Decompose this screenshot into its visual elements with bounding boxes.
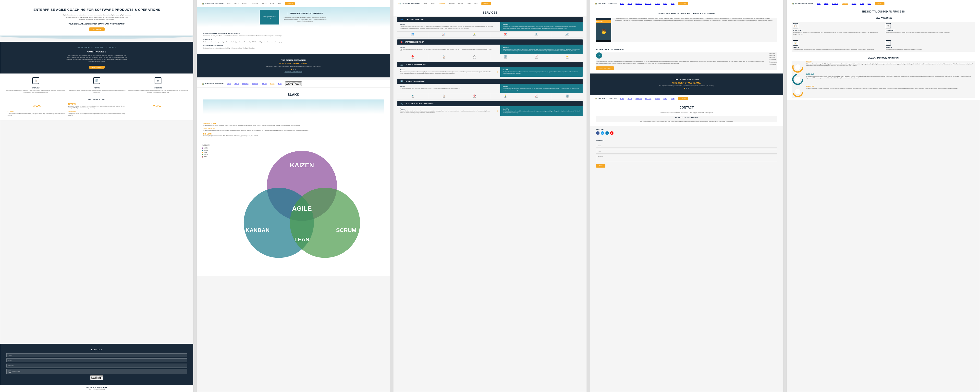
nav-blog-p4[interactable]: BLOG <box>671 3 675 5</box>
dot-3[interactable] <box>295 69 296 70</box>
infinity-logo-2: ∞ <box>202 82 204 86</box>
nav2-home-p4[interactable]: HOME <box>620 98 624 99</box>
service-arrow-3: › <box>495 67 500 76</box>
maintain-method-text: MAINTAIN Once you have helped your team … <box>806 86 958 90</box>
meet-team-button[interactable]: MEET THE TEAM <box>596 66 614 70</box>
nav-services-p4[interactable]: SERVICES <box>636 3 642 5</box>
nav-logo-p4-2: ∞ THE DIGITAL CUSTODIAN <box>595 97 616 100</box>
nav-home[interactable]: HOME <box>227 3 231 5</box>
nav-about-p3[interactable]: ABOUT <box>431 3 435 5</box>
nav-cta-p4[interactable]: CONTACT <box>678 2 688 5</box>
panel-2: ∞ THE DIGITAL CUSTODIAN HOME ABOUT SERVI… <box>196 0 390 392</box>
slakk-body6: The Lean principles are at the heart of … <box>203 135 384 137</box>
nav-services-p5[interactable]: SERVICES <box>832 3 838 5</box>
nav-cta-p3[interactable]: CONTACT <box>481 2 491 5</box>
captcha-checkbox[interactable] <box>9 370 11 373</box>
nav-values-p3[interactable]: VALUES <box>458 3 463 5</box>
dot-p4-1[interactable] <box>684 88 685 89</box>
strategic-left: Process 'I just wake up every morning an… <box>398 45 495 54</box>
nav-process-p3[interactable]: PROCESS <box>449 3 455 5</box>
nav-values[interactable]: VALUES <box>262 3 267 5</box>
si-2-icon: 📊 <box>429 33 458 35</box>
nav-home-p3[interactable]: HOME <box>423 3 427 5</box>
message-input[interactable] <box>6 363 187 368</box>
linkedin-icon[interactable]: in <box>605 131 609 135</box>
nav-process[interactable]: PROCESS <box>252 3 258 5</box>
nav2-services[interactable]: SERVICES <box>242 83 248 84</box>
nav-home-p5[interactable]: HOME <box>817 3 821 5</box>
name-input[interactable] <box>6 353 187 357</box>
nav2-contact-button[interactable]: CONTACT <box>285 81 302 86</box>
nav-values-p5[interactable]: VALUES <box>852 3 856 5</box>
nav2-about[interactable]: ABOUT <box>234 83 239 84</box>
what-has-title: WHAT HAS TWO THUMBS AND LOVES A SHY SHOW… <box>596 12 777 15</box>
clean-icon-p4: ✓ <box>596 53 602 59</box>
nav-slakk-p4[interactable]: SLAKK <box>663 3 667 5</box>
nav2-slakk-active[interactable]: SLAKK <box>270 83 274 84</box>
contact-submit-button[interactable]: SEND <box>596 164 605 167</box>
si-4-label: Goals <box>491 35 520 36</box>
rm-3-icon: 🎯 <box>460 94 489 97</box>
nav-services-active-p3[interactable]: SERVICES <box>439 3 445 5</box>
iterate-icon: 🔄 <box>93 77 100 84</box>
dot-2[interactable] <box>293 69 294 70</box>
list-item-4: Streamline <box>770 58 777 60</box>
nav2-values-p4[interactable]: VALUES <box>655 98 660 99</box>
nav-about-p4[interactable]: ABOUT <box>628 3 632 5</box>
dot-p4-2[interactable] <box>686 88 687 89</box>
nav-services[interactable]: SERVICES <box>242 3 248 5</box>
contact-email-input[interactable] <box>596 150 777 154</box>
submit-button[interactable]: SUBMIT <box>90 375 103 380</box>
nav2-about-p4[interactable]: ABOUT <box>628 98 632 99</box>
strategic-process-body: 'I just wake up every morning and the fi… <box>400 49 493 52</box>
nav-about-p5[interactable]: ABOUT <box>824 3 828 5</box>
contact-name-input[interactable] <box>596 144 777 148</box>
technical-what-label: What We... <box>503 69 581 70</box>
nav2-blog[interactable]: BLOG <box>278 83 282 84</box>
nav-about[interactable]: ABOUT <box>234 3 239 5</box>
contact-title: CONTACT <box>596 106 777 109</box>
tools-body: Process The most effectively functioning… <box>398 106 582 116</box>
nav2-home[interactable]: HOME <box>227 83 231 84</box>
panel-5: ∞ THE DIGITAL CUSTODIAN HOME ABOUT SERVI… <box>786 0 980 392</box>
nav-contact-button-p2[interactable]: CONTACT <box>285 2 295 5</box>
nav-slakk[interactable]: SLAKK <box>270 3 274 5</box>
leadership-icons: 👥Team 📊Metrics 💡Ideas 🎯Goals ⚙️Process 🔗… <box>398 31 582 37</box>
nav-bar-p2: ∞ THE DIGITAL CUSTODIAN HOME ABOUT SERVI… <box>197 0 390 7</box>
nav2-blog-p4[interactable]: BLOG <box>671 98 675 99</box>
nav-blog[interactable]: BLOG <box>278 3 281 5</box>
hero-cta-button[interactable]: LET'S CHAT <box>89 27 105 31</box>
schedule-link[interactable]: SCHEDULE A CONVERSATION <box>202 71 385 73</box>
nav2-process-p4[interactable]: PROCESS <box>645 98 651 99</box>
facebook-icon[interactable]: f <box>596 131 600 135</box>
nav-blog-p5[interactable]: BLOG <box>867 3 871 5</box>
nav2-values[interactable]: VALUES <box>262 83 267 84</box>
nav-cta-p5[interactable]: CONTACT <box>875 2 885 5</box>
youtube-icon[interactable]: ▶ <box>610 131 614 135</box>
process-cta-button[interactable]: LET'S CONNECT <box>89 66 105 69</box>
nav2-process[interactable]: PROCESS <box>252 83 258 84</box>
maintain-desc: Keeping a team healthy requires frequent… <box>68 113 126 116</box>
carousel-dots <box>202 69 385 70</box>
twitter-icon[interactable]: t <box>601 131 604 135</box>
dot-1[interactable] <box>291 69 292 70</box>
nav2-slakk-p4[interactable]: SLAKK <box>663 98 667 99</box>
technical-body: Process Many software development teams … <box>398 67 582 76</box>
nav-slakk-p3[interactable]: SLAKK <box>467 3 471 5</box>
nav-values-p4[interactable]: VALUES <box>655 3 660 5</box>
nav-process-active-p5[interactable]: PROCESS <box>842 3 848 5</box>
nav2-services-p4[interactable]: SERVICES <box>636 98 642 99</box>
slakk-body4: SLAKK uses coding standards as a metapho… <box>203 130 384 132</box>
improve-ring-inner <box>795 76 801 82</box>
nav-process-p4[interactable]: PROCESS <box>645 3 651 5</box>
dot-p4-3[interactable] <box>688 88 689 89</box>
email-input[interactable] <box>6 359 187 362</box>
nav-slakk-p5[interactable]: SLAKK <box>860 3 864 5</box>
nav2-cta-p4[interactable]: CONTACT <box>678 97 688 100</box>
technical-what-body: The Digital Custodian's team has deep ex… <box>503 71 581 75</box>
service-card-tools: 🔧 TOOL IDENTIFICATION & ALIGNMENT Proces… <box>397 101 583 116</box>
si-5-icon: ⚙️ <box>522 33 551 35</box>
contact-message-input[interactable] <box>596 155 777 162</box>
nav-blog-p3[interactable]: BLOG <box>474 3 478 5</box>
nav-home-p4[interactable]: HOME <box>620 3 624 5</box>
